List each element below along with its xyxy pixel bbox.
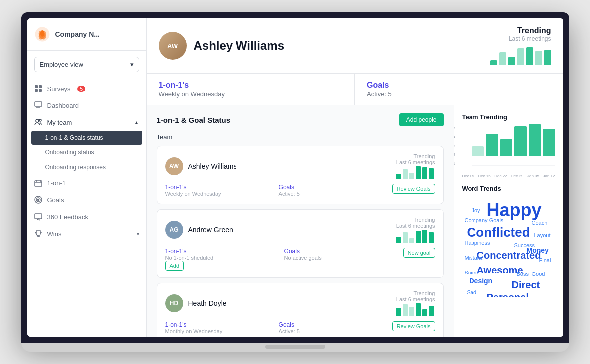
svg-point-3 bbox=[40, 30, 44, 37]
word-trends-title: Word Trends bbox=[462, 185, 555, 192]
goals-label: Goals bbox=[279, 184, 387, 191]
goals-detail: No active goals bbox=[284, 255, 398, 261]
add-people-button[interactable]: Add people bbox=[399, 113, 444, 126]
sidebar-item-dashboard[interactable]: Dashboard bbox=[27, 97, 146, 114]
1on1-detail: Monthly on Wednesday bbox=[165, 328, 274, 334]
header-bar-4 bbox=[526, 47, 533, 65]
header-bar-1 bbox=[499, 52, 506, 65]
team-chevron-icon: ▲ bbox=[134, 120, 139, 125]
add-1on1-button[interactable]: Add bbox=[165, 261, 184, 271]
member-avatar: HD bbox=[165, 294, 183, 312]
1on1-label: 1-on-1's bbox=[165, 184, 274, 191]
trophy-icon bbox=[34, 230, 42, 238]
trending-bars bbox=[396, 165, 435, 179]
sidebar-item-360-feedback[interactable]: 360 Feedback bbox=[27, 208, 146, 225]
trend-bar bbox=[409, 173, 414, 179]
view-selector[interactable]: Employee view ▾ bbox=[34, 57, 139, 72]
word-item: Conflicted bbox=[467, 225, 530, 240]
word-item: Sad bbox=[467, 289, 477, 295]
sidebar-sub-item-onboarding-status[interactable]: Onboarding status bbox=[27, 145, 146, 160]
trend-bar bbox=[422, 309, 427, 316]
calendar-icon bbox=[34, 179, 42, 187]
goals-active: Active: 5 bbox=[367, 91, 551, 98]
goals-link[interactable]: Goals bbox=[367, 81, 551, 90]
word-item: Score bbox=[465, 270, 479, 275]
word-item: Happiness bbox=[465, 240, 490, 246]
1on1-link[interactable]: 1-on-1's bbox=[159, 81, 343, 90]
header-bar-5 bbox=[535, 51, 542, 65]
main-content: AW Ashley Williams Trending Last 6 meeti… bbox=[147, 18, 563, 337]
svg-point-10 bbox=[36, 119, 39, 122]
header-bar-0 bbox=[490, 60, 497, 65]
chart-label: Dec 22 bbox=[494, 174, 507, 178]
dashboard-icon bbox=[34, 101, 42, 109]
review-goals-button[interactable]: Review Goals bbox=[392, 184, 435, 194]
team-card-bottom: 1-on-1's Monthly on Wednesday Goals Acti… bbox=[165, 321, 435, 334]
svg-rect-6 bbox=[35, 89, 38, 92]
sidebar-item-my-team[interactable]: My team ▲ bbox=[27, 114, 146, 131]
sidebar: Company N... Employee view ▾ Surveys 5 bbox=[27, 18, 147, 337]
section-header: 1-on-1 & Goal Status Add people bbox=[157, 113, 444, 126]
header-bar-6 bbox=[544, 50, 551, 65]
sidebar-sub-item-onboarding-responses[interactable]: Onboarding responses bbox=[27, 160, 146, 175]
sidebar-item-surveys[interactable]: Surveys 5 bbox=[27, 80, 146, 97]
word-item: Final bbox=[539, 257, 551, 263]
chart-labels: Dec 09Dec 15Dec 22Dec 29Jan 05Jan 12 bbox=[462, 174, 555, 178]
svg-point-11 bbox=[39, 119, 41, 121]
nav-section: Surveys 5 Dashboard bbox=[27, 78, 146, 244]
trend-bar bbox=[403, 169, 408, 179]
word-item: Boss bbox=[517, 271, 529, 277]
team-icon bbox=[34, 118, 42, 126]
team-trending-chart bbox=[472, 126, 555, 166]
trending-sub-label: Last 6 meetings bbox=[396, 223, 435, 229]
word-item: Company Goals bbox=[465, 217, 504, 223]
svg-rect-5 bbox=[39, 85, 42, 88]
sidebar-item-wins[interactable]: Wins ▾ bbox=[27, 225, 146, 242]
trend-bar bbox=[416, 166, 421, 179]
trending-title: Trending bbox=[490, 26, 551, 35]
new-goal-button[interactable]: New goal bbox=[403, 248, 435, 258]
laptop-base bbox=[21, 343, 569, 352]
sidebar-sub-item-1on1-goals[interactable]: 1-on-1 & Goals status bbox=[31, 131, 142, 145]
trending-label: Trending bbox=[396, 290, 435, 296]
word-cloud: HappyConflictedConcentratedAwesomeDirect… bbox=[462, 197, 555, 297]
word-item: Design bbox=[470, 277, 493, 285]
profile-header: AW Ashley Williams Trending Last 6 meeti… bbox=[147, 18, 563, 74]
svg-rect-7 bbox=[39, 89, 42, 92]
logo-icon bbox=[34, 26, 50, 42]
trend-bar bbox=[403, 304, 408, 316]
laptop-screen: Company N... Employee view ▾ Surveys 5 bbox=[21, 12, 569, 343]
chart-label: Jan 12 bbox=[543, 174, 555, 178]
chart-bar bbox=[472, 146, 484, 156]
surveys-icon bbox=[34, 85, 42, 92]
team-card-top: AG Andrew Green Trending Last 6 meetings bbox=[165, 217, 435, 243]
team-card: AW Ashley Williams Trending Last 6 meeti… bbox=[157, 146, 444, 204]
trend-bar bbox=[429, 232, 434, 243]
y-label: 3 bbox=[454, 144, 455, 148]
review-goals-button[interactable]: Review Goals bbox=[392, 321, 435, 331]
word-item: Direct bbox=[512, 279, 540, 291]
sub-header-1on1: 1-on-1's Weekly on Wednesday bbox=[147, 74, 355, 105]
chart-bar bbox=[514, 126, 527, 156]
company-name: Company N... bbox=[55, 30, 100, 38]
sidebar-item-goals[interactable]: Goals bbox=[27, 191, 146, 208]
trending-sub-label: Last 6 meetings bbox=[396, 159, 435, 165]
goals-info: Goals Active: 5 bbox=[279, 184, 387, 197]
y-axis: 54321 bbox=[454, 126, 455, 166]
goals-detail: Active: 5 bbox=[279, 191, 387, 197]
team-card-bottom: 1-on-1's No 1-on-1 sheduled Add Goals No… bbox=[165, 248, 435, 271]
header-bar-3 bbox=[517, 48, 524, 65]
trend-bar bbox=[396, 174, 401, 179]
laptop-frame: Company N... Employee view ▾ Surveys 5 bbox=[21, 12, 569, 352]
goals-info: Goals No active goals bbox=[284, 248, 398, 261]
sub-header-goals: Goals Active: 5 bbox=[355, 74, 563, 105]
member-avatar: AW bbox=[165, 157, 183, 175]
profile-name: Ashley Williams bbox=[194, 39, 285, 53]
sidebar-item-1on1[interactable]: 1-on-1 bbox=[27, 175, 146, 191]
trend-bar bbox=[403, 232, 408, 243]
chart-label: Dec 29 bbox=[511, 174, 523, 178]
trend-bar bbox=[409, 307, 414, 316]
trend-bar bbox=[422, 167, 427, 179]
y-label: 2 bbox=[454, 152, 455, 157]
right-panel: Team Trending 54321 Dec 09Dec 15Dec 22De… bbox=[454, 105, 563, 337]
